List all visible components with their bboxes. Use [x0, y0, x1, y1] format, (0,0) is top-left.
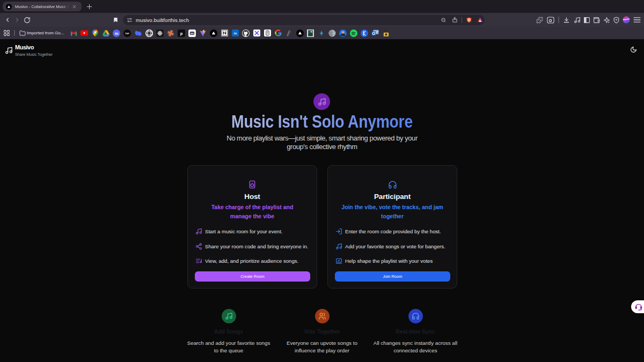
svg-text:in: in — [233, 32, 237, 35]
svg-text:m: m — [115, 31, 119, 35]
svg-text:p: p — [180, 31, 182, 35]
svg-text:W2: W2 — [191, 32, 194, 34]
